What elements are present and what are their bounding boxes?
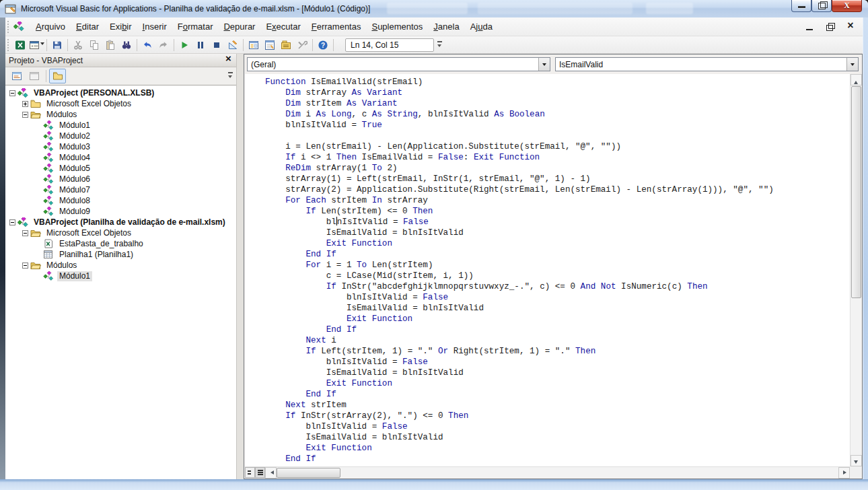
menu-item-arquivo[interactable]: Arquivo (30, 19, 71, 34)
help-button[interactable]: ? (315, 38, 331, 53)
find-button[interactable] (118, 38, 135, 53)
code-line[interactable]: Exit Function (265, 314, 850, 324)
tree-item-vbaproject-planilha-de-validacao-de-e-mail-xlsm[interactable]: VBAProject (Planilha de validação de e-m… (5, 217, 236, 228)
tree-item-modulo7[interactable]: Módulo7 (5, 184, 236, 195)
menu-item-exibir[interactable]: Exibir (104, 19, 137, 34)
tree-item-vbaproject-personal-xlsb[interactable]: VBAProject (PERSONAL.XLSB) (5, 88, 236, 98)
code-line[interactable]: blnIsItValid = False (265, 217, 850, 228)
design-mode-button[interactable] (225, 38, 241, 53)
project-toolbar-overflow-button[interactable] (226, 69, 235, 83)
tree-item-modulo3[interactable]: Módulo3 (5, 141, 236, 152)
dropdown-caret-icon[interactable] (40, 42, 44, 47)
panel-splitter[interactable] (237, 54, 244, 479)
scroll-track[interactable] (340, 467, 838, 478)
project-explorer-button[interactable] (246, 38, 262, 53)
tree-item-modulo2[interactable]: Módulo2 (5, 131, 236, 141)
full-module-view-button[interactable] (255, 467, 265, 478)
project-panel-header[interactable]: Projeto - VBAProject (5, 54, 236, 67)
toggle-folders-button[interactable] (49, 69, 66, 83)
code-line[interactable]: If InStr(strArray(2), ".") <= 0 Then (265, 411, 850, 421)
collapse-expander[interactable] (9, 219, 15, 225)
mdi-restore-button[interactable] (822, 20, 838, 33)
procedure-dropdown[interactable]: IsEmailValid (555, 57, 859, 71)
scroll-up-button[interactable] (851, 74, 862, 85)
menubar-grip[interactable] (7, 21, 10, 33)
code-line[interactable]: If i <> 1 Then IsEmailValid = False: Exi… (265, 152, 850, 163)
code-line[interactable]: strArray(1) = Left(strEmail, InStr(1, st… (265, 174, 850, 184)
title-bar[interactable]: Microsoft Visual Basic for Applications … (0, 0, 868, 18)
menu-item-formatar[interactable]: Formatar (172, 19, 219, 34)
break-button[interactable] (192, 38, 209, 53)
view-code-button[interactable] (8, 69, 25, 83)
code-line[interactable]: For Each strItem In strArray (265, 195, 850, 206)
horizontal-scrollbar[interactable] (245, 466, 850, 478)
code-line[interactable]: IsEmailValid = blnIsItValid (265, 368, 850, 378)
object-browser-button[interactable] (278, 38, 294, 53)
view-microsoft-excel-button[interactable] (12, 38, 28, 53)
tree-item-modulos[interactable]: Módulos (5, 260, 236, 271)
mdi-close-button[interactable] (842, 20, 859, 33)
tree-item-modulo5[interactable]: Módulo5 (5, 163, 236, 174)
run-button[interactable] (176, 38, 192, 53)
code-line[interactable]: IsEmailValid = blnIsItValid (265, 303, 850, 314)
maximize-button[interactable] (811, 0, 832, 12)
menu-item-janela[interactable]: Janela (428, 19, 464, 34)
close-button[interactable] (832, 0, 862, 12)
code-line[interactable]: ReDim strArray(1 To 2) (265, 163, 850, 174)
toolbar-grip[interactable] (7, 39, 10, 51)
code-line[interactable]: Dim strArray As Variant (265, 88, 850, 98)
menu-item-depurar[interactable]: Depurar (218, 19, 260, 34)
code-line[interactable]: If Len(strItem) <= 0 Then (265, 206, 850, 217)
tree-item-microsoft-excel-objetos[interactable]: Microsoft Excel Objetos (5, 98, 236, 109)
code-line[interactable]: End If (265, 249, 850, 260)
vertical-scrollbar[interactable] (850, 74, 861, 466)
collapse-expander[interactable] (9, 90, 15, 96)
code-line[interactable]: Next strItem (265, 400, 850, 411)
menu-item-editar[interactable]: Editar (71, 19, 104, 34)
tree-item-modulo8[interactable]: Módulo8 (5, 195, 236, 206)
code-line[interactable]: Exit Function (265, 238, 850, 249)
code-line[interactable]: blnIsItValid = False (265, 292, 850, 303)
menu-item-inserir[interactable]: Inserir (137, 19, 172, 34)
vertical-scroll-thumb[interactable] (851, 86, 861, 298)
code-line[interactable]: End If (265, 324, 850, 335)
toolbar-overflow-button[interactable] (435, 38, 444, 52)
tree-item-modulo1[interactable]: Módulo1 (5, 271, 236, 281)
code-line[interactable]: strArray(2) = Application.Substitute(Rig… (265, 184, 850, 195)
code-line[interactable]: If InStr("abcdefghijklmnopqrstuvwxyz_-."… (265, 281, 850, 292)
scroll-right-button[interactable] (838, 467, 850, 479)
code-line[interactable]: Dim strItem As Variant (265, 98, 850, 109)
code-line[interactable]: If Left(strItem, 1) = "." Or Right(strIt… (265, 346, 850, 357)
tree-item-modulo4[interactable]: Módulo4 (5, 152, 236, 163)
code-editor[interactable]: Function IsEmailValid(strEmail) Dim strA… (245, 74, 850, 466)
code-line[interactable]: Next i (265, 335, 850, 346)
code-line[interactable]: IsEmailValid = blnIsItValid (265, 228, 850, 238)
scroll-down-button[interactable] (851, 455, 862, 466)
code-line[interactable]: For i = 1 To Len(strItem) (265, 260, 850, 271)
reset-button[interactable] (209, 38, 225, 53)
insert-userform-button[interactable] (28, 38, 44, 53)
collapse-expander[interactable] (22, 112, 28, 118)
scroll-left-button[interactable] (265, 467, 277, 479)
save-button[interactable] (49, 38, 65, 53)
code-line[interactable]: Exit Function (265, 443, 850, 454)
menu-item-executar[interactable]: Executar (260, 19, 305, 34)
tree-item-modulo1[interactable]: Módulo1 (5, 120, 236, 131)
object-dropdown-arrow-icon[interactable] (538, 58, 550, 71)
object-dropdown[interactable]: (Geral) (247, 57, 550, 71)
collapse-expander[interactable] (22, 230, 28, 236)
collapse-expander[interactable] (22, 262, 28, 269)
menu-item-suplementos[interactable]: Suplementos (366, 19, 428, 34)
horizontal-scroll-thumb[interactable] (277, 468, 340, 478)
undo-button[interactable] (139, 38, 155, 53)
code-line[interactable]: blnIsItValid = False (265, 357, 850, 368)
menu-item-ferramentas[interactable]: Ferramentas (306, 19, 367, 34)
expand-expander[interactable] (22, 101, 28, 107)
code-line[interactable] (265, 131, 850, 141)
project-panel-close-button[interactable] (223, 55, 234, 65)
menu-item-ajuda[interactable]: Ajuda (465, 19, 498, 34)
procedure-dropdown-arrow-icon[interactable] (846, 58, 858, 71)
code-line[interactable]: IsEmailValid = blnIsItValid (265, 432, 850, 443)
code-line[interactable]: blnIsItValid = True (265, 120, 850, 131)
tree-item-planilha1-planilha1[interactable]: Planilha1 (Planilha1) (5, 249, 236, 260)
